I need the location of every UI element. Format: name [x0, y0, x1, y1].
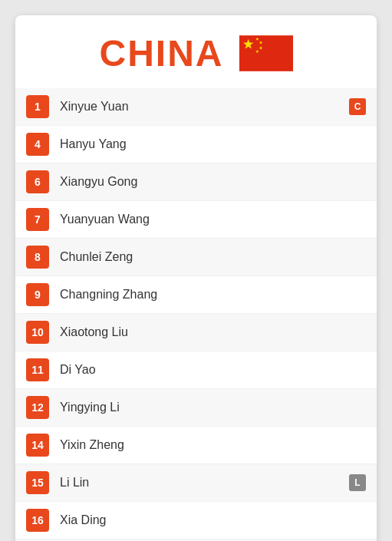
china-flag [239, 35, 293, 71]
player-name: Changning Zhang [60, 288, 366, 302]
player-row: 4Hanyu Yang [15, 126, 377, 163]
player-row: 9Changning Zhang [15, 276, 377, 314]
player-number: 15 [26, 471, 49, 494]
roster-card: CHINA // We'll render the flag properly … [15, 15, 377, 541]
player-name: Chunlei Zeng [60, 250, 366, 264]
player-row: 16Xia Ding [15, 502, 377, 539]
player-name: Yixin Zheng [60, 438, 366, 452]
player-row: 14Yixin Zheng [15, 427, 377, 464]
player-number: 10 [26, 321, 49, 344]
player-number: 11 [26, 358, 49, 381]
player-number: 8 [26, 246, 49, 269]
role-badge-libero: L [349, 474, 366, 491]
player-name: Yingying Li [60, 401, 366, 414]
player-name: Hanyu Yang [60, 137, 366, 151]
player-name: Yuanyuan Wang [60, 213, 366, 226]
role-badge-captain: C [349, 98, 366, 115]
player-row: 6Xiangyu Gong [15, 163, 377, 201]
player-name: Xia Ding [60, 513, 366, 527]
header: CHINA [15, 15, 377, 88]
player-number: 4 [26, 133, 49, 156]
player-list: 1Xinyue YuanC4Hanyu Yang6Xiangyu Gong7Yu… [15, 88, 377, 541]
player-number: 12 [26, 396, 49, 419]
player-number: 1 [26, 95, 49, 118]
player-row: 7Yuanyuan Wang [15, 201, 377, 239]
player-number: 7 [26, 208, 49, 231]
player-row: 15Li LinL [15, 464, 377, 502]
player-number: 14 [26, 434, 49, 457]
player-number: 16 [26, 509, 49, 532]
player-number: 9 [26, 283, 49, 306]
player-name: Di Yao [60, 363, 366, 377]
player-row: 12Yingying Li [15, 389, 377, 427]
country-name: CHINA [100, 32, 224, 74]
player-name: Li Lin [60, 476, 343, 490]
svg-rect-0 [239, 35, 293, 71]
player-number: 6 [26, 170, 49, 193]
player-name: Xiangyu Gong [60, 175, 366, 189]
player-row: 11Di Yao [15, 351, 377, 389]
player-row: 8Chunlei Zeng [15, 239, 377, 276]
player-name: Xinyue Yuan [60, 100, 343, 114]
player-row: 1Xinyue YuanC [15, 88, 377, 126]
player-name: Xiaotong Liu [60, 325, 366, 339]
player-row: 10Xiaotong Liu [15, 314, 377, 351]
